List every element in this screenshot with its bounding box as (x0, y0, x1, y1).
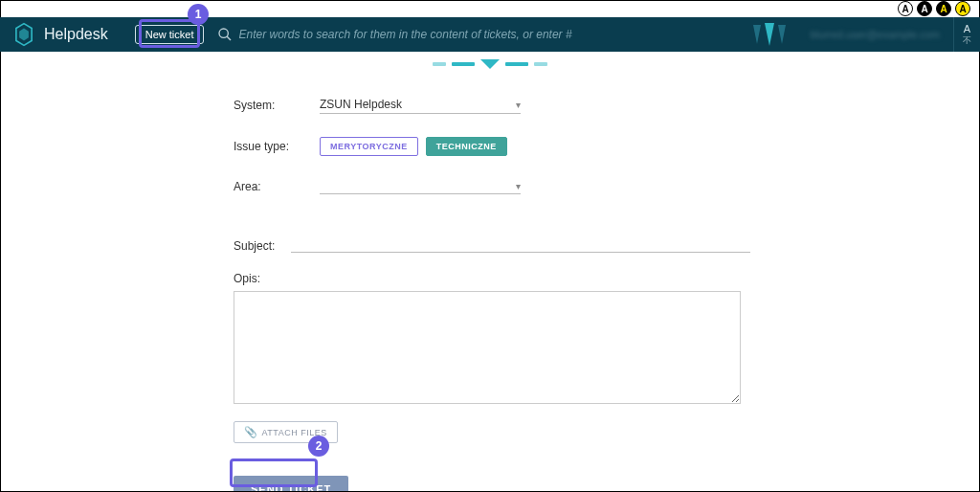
issue-type-merytoryczne-button[interactable]: MERYTORYCZNE (320, 137, 418, 156)
brand-block: Helpdesk (0, 22, 108, 47)
issue-type-techniczne-button[interactable]: TECHNICZNE (426, 137, 507, 156)
search-input[interactable] (238, 28, 640, 41)
chevron-down-icon: ▾ (516, 100, 521, 110)
system-value: ZSUN Helpdesk (320, 98, 402, 111)
paperclip-icon: 📎 (244, 426, 258, 438)
subject-input[interactable] (291, 235, 750, 253)
system-select[interactable]: ZSUN Helpdesk ▾ (320, 96, 521, 114)
annotation-badge-1: 1 (188, 4, 209, 25)
svg-line-1 (227, 36, 231, 40)
header-decoration-icon (747, 21, 793, 48)
description-textarea[interactable] (234, 291, 741, 404)
brand-name: Helpdesk (44, 26, 108, 43)
helpdesk-logo-icon (11, 22, 36, 47)
lang-secondary: 不 (963, 34, 971, 47)
issue-type-label: Issue type: (234, 140, 320, 153)
contrast-badge-1[interactable]: A (898, 1, 913, 16)
accessibility-badges: A A A A (898, 0, 970, 17)
contrast-badge-2[interactable]: A (917, 1, 932, 16)
contrast-badge-3[interactable]: A (936, 1, 951, 16)
new-ticket-button[interactable]: New ticket (135, 25, 205, 44)
area-row: Area: ▾ (234, 179, 750, 194)
top-navbar: Helpdesk New ticket blurred.user@example… (0, 17, 980, 52)
language-switcher[interactable]: A 不 (953, 17, 980, 52)
new-ticket-form: System: ZSUN Helpdesk ▾ Issue type: MERY… (234, 96, 750, 492)
svg-marker-3 (765, 23, 774, 46)
subject-row: Subject: (234, 235, 750, 253)
chevron-down-icon: ▾ (516, 181, 521, 191)
system-label: System: (234, 99, 320, 112)
search-icon (217, 27, 233, 42)
search-wrap (217, 27, 746, 42)
svg-marker-2 (753, 25, 761, 44)
section-divider-icon (433, 59, 547, 69)
area-label: Area: (234, 180, 320, 193)
svg-point-0 (219, 29, 228, 37)
lang-primary: A (964, 23, 970, 34)
description-label: Opis: (234, 272, 750, 285)
send-ticket-button[interactable]: SEND TICKET (234, 476, 348, 492)
svg-marker-4 (778, 25, 786, 44)
contrast-badge-4[interactable]: A (955, 1, 970, 16)
subject-label: Subject: (234, 239, 291, 253)
system-row: System: ZSUN Helpdesk ▾ (234, 96, 750, 114)
user-email: blurred.user@example.com (811, 29, 940, 40)
annotation-badge-2: 2 (308, 436, 329, 457)
area-select[interactable]: ▾ (320, 179, 521, 194)
issue-type-row: Issue type: MERYTORYCZNE TECHNICZNE (234, 137, 750, 156)
